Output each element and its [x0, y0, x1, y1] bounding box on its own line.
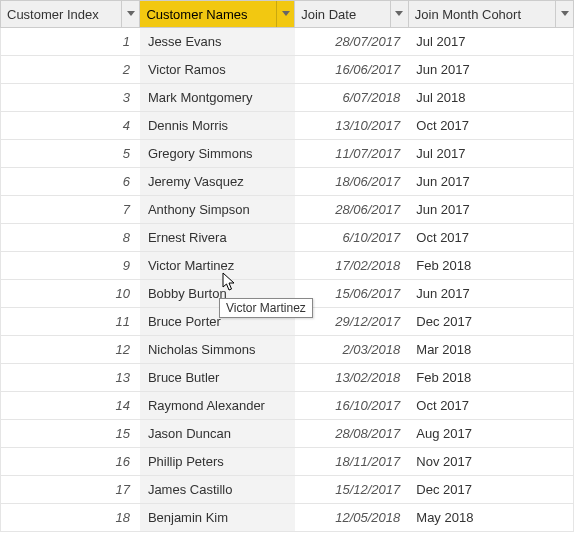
cell-customer-index[interactable]: 5 — [1, 140, 140, 168]
cell-customer-index[interactable]: 18 — [1, 504, 140, 532]
cell-customer-name[interactable]: Nicholas Simmons — [140, 336, 295, 364]
cell-join-date[interactable]: 28/08/2017 — [295, 420, 409, 448]
column-header-index[interactable]: Customer Index — [1, 1, 140, 28]
cell-customer-index[interactable]: 10 — [1, 280, 140, 308]
cell-join-date[interactable]: 12/05/2018 — [295, 504, 409, 532]
cell-customer-name[interactable]: James Castillo — [140, 476, 295, 504]
cell-customer-index[interactable]: 9 — [1, 252, 140, 280]
cell-customer-name[interactable]: Jeremy Vasquez — [140, 168, 295, 196]
column-header-label: Customer Index — [1, 1, 121, 27]
cell-customer-name[interactable]: Phillip Peters — [140, 448, 295, 476]
cell-join-cohort[interactable]: Feb 2018 — [408, 364, 573, 392]
column-header-label: Join Month Cohort — [409, 1, 555, 27]
column-filter-dropdown[interactable] — [390, 1, 408, 27]
cell-customer-index[interactable]: 2 — [1, 56, 140, 84]
cell-join-cohort[interactable]: Dec 2017 — [408, 308, 573, 336]
cell-customer-name[interactable]: Jason Duncan — [140, 420, 295, 448]
cell-join-cohort[interactable]: Jul 2018 — [408, 84, 573, 112]
cell-customer-name[interactable]: Victor Ramos — [140, 56, 295, 84]
table-row[interactable]: 7Anthony Simpson28/06/2017Jun 2017 — [1, 196, 574, 224]
cell-join-cohort[interactable]: Jul 2017 — [408, 28, 573, 56]
cell-customer-index[interactable]: 3 — [1, 84, 140, 112]
table-row[interactable]: 3Mark Montgomery6/07/2018Jul 2018 — [1, 84, 574, 112]
table-row[interactable]: 6Jeremy Vasquez18/06/2017Jun 2017 — [1, 168, 574, 196]
cell-customer-index[interactable]: 4 — [1, 112, 140, 140]
cell-customer-name[interactable]: Jesse Evans — [140, 28, 295, 56]
table-row[interactable]: 5Gregory Simmons11/07/2017Jul 2017 — [1, 140, 574, 168]
cell-join-cohort[interactable]: Oct 2017 — [408, 112, 573, 140]
column-filter-dropdown[interactable] — [121, 1, 139, 27]
cell-join-cohort[interactable]: Jun 2017 — [408, 56, 573, 84]
cell-join-date[interactable]: 13/10/2017 — [295, 112, 409, 140]
cell-customer-index[interactable]: 6 — [1, 168, 140, 196]
cell-join-cohort[interactable]: Jul 2017 — [408, 140, 573, 168]
cell-customer-name[interactable]: Mark Montgomery — [140, 84, 295, 112]
cell-customer-index[interactable]: 13 — [1, 364, 140, 392]
cell-join-date[interactable]: 17/02/2018 — [295, 252, 409, 280]
cell-customer-index[interactable]: 16 — [1, 448, 140, 476]
data-table[interactable]: Customer IndexCustomer NamesJoin DateJoi… — [0, 0, 574, 532]
cell-join-date[interactable]: 28/07/2017 — [295, 28, 409, 56]
table-row[interactable]: 2Victor Ramos16/06/2017Jun 2017 — [1, 56, 574, 84]
cell-customer-index[interactable]: 1 — [1, 28, 140, 56]
column-header-label: Customer Names — [140, 1, 276, 27]
table-row[interactable]: 13Bruce Butler13/02/2018Feb 2018 — [1, 364, 574, 392]
cell-join-cohort[interactable]: May 2018 — [408, 504, 573, 532]
table-row[interactable]: 17James Castillo15/12/2017Dec 2017 — [1, 476, 574, 504]
cell-join-date[interactable]: 11/07/2017 — [295, 140, 409, 168]
cell-customer-name[interactable]: Anthony Simpson — [140, 196, 295, 224]
cell-customer-name[interactable]: Bruce Butler — [140, 364, 295, 392]
cell-customer-index[interactable]: 12 — [1, 336, 140, 364]
cell-customer-name[interactable]: Victor Martinez — [140, 252, 295, 280]
column-header-name[interactable]: Customer Names — [140, 1, 295, 28]
cell-join-date[interactable]: 6/10/2017 — [295, 224, 409, 252]
cell-join-date[interactable]: 13/02/2018 — [295, 364, 409, 392]
cell-join-date[interactable]: 16/10/2017 — [295, 392, 409, 420]
cell-join-cohort[interactable]: Jun 2017 — [408, 196, 573, 224]
cell-join-cohort[interactable]: Jun 2017 — [408, 280, 573, 308]
cell-customer-index[interactable]: 7 — [1, 196, 140, 224]
cell-customer-index[interactable]: 15 — [1, 420, 140, 448]
cell-join-date[interactable]: 2/03/2018 — [295, 336, 409, 364]
cell-customer-index[interactable]: 8 — [1, 224, 140, 252]
column-filter-dropdown[interactable] — [276, 1, 294, 27]
cell-join-cohort[interactable]: Oct 2017 — [408, 224, 573, 252]
cell-customer-index[interactable]: 17 — [1, 476, 140, 504]
cell-join-cohort[interactable]: Aug 2017 — [408, 420, 573, 448]
table-row[interactable]: 14Raymond Alexander16/10/2017Oct 2017 — [1, 392, 574, 420]
column-filter-dropdown[interactable] — [555, 1, 573, 27]
cell-join-cohort[interactable]: Oct 2017 — [408, 392, 573, 420]
table-row[interactable]: 9Victor Martinez17/02/2018Feb 2018 — [1, 252, 574, 280]
cell-customer-index[interactable]: 11 — [1, 308, 140, 336]
cell-customer-name[interactable]: Raymond Alexander — [140, 392, 295, 420]
table-row[interactable]: 8Ernest Rivera6/10/2017Oct 2017 — [1, 224, 574, 252]
table-row[interactable]: 18Benjamin Kim12/05/2018May 2018 — [1, 504, 574, 532]
cell-customer-name[interactable]: Gregory Simmons — [140, 140, 295, 168]
cell-customer-name[interactable]: Dennis Morris — [140, 112, 295, 140]
cell-customer-name[interactable]: Ernest Rivera — [140, 224, 295, 252]
cell-join-cohort[interactable]: Jun 2017 — [408, 168, 573, 196]
cell-join-date[interactable]: 18/06/2017 — [295, 168, 409, 196]
cell-join-cohort[interactable]: Feb 2018 — [408, 252, 573, 280]
cell-join-date[interactable]: 18/11/2017 — [295, 448, 409, 476]
table-row[interactable]: 15Jason Duncan28/08/2017Aug 2017 — [1, 420, 574, 448]
cell-join-cohort[interactable]: Nov 2017 — [408, 448, 573, 476]
table-row[interactable]: 1Jesse Evans28/07/2017Jul 2017 — [1, 28, 574, 56]
table-row[interactable]: 4Dennis Morris13/10/2017Oct 2017 — [1, 112, 574, 140]
cell-customer-name[interactable]: Benjamin Kim — [140, 504, 295, 532]
cell-customer-index[interactable]: 14 — [1, 392, 140, 420]
cell-join-date[interactable]: 6/07/2018 — [295, 84, 409, 112]
cell-join-date[interactable]: 28/06/2017 — [295, 196, 409, 224]
cell-join-date[interactable]: 15/12/2017 — [295, 476, 409, 504]
cell-join-cohort[interactable]: Dec 2017 — [408, 476, 573, 504]
column-header-label: Join Date — [295, 1, 390, 27]
column-header-cohort[interactable]: Join Month Cohort — [408, 1, 573, 28]
table-row[interactable]: 12Nicholas Simmons2/03/2018Mar 2018 — [1, 336, 574, 364]
cell-join-cohort[interactable]: Mar 2018 — [408, 336, 573, 364]
chevron-down-icon — [282, 11, 290, 17]
hover-tooltip: Victor Martinez — [219, 298, 313, 318]
column-header-date[interactable]: Join Date — [295, 1, 409, 28]
cell-join-date[interactable]: 16/06/2017 — [295, 56, 409, 84]
table-row[interactable]: 16Phillip Peters18/11/2017Nov 2017 — [1, 448, 574, 476]
chevron-down-icon — [395, 11, 403, 17]
